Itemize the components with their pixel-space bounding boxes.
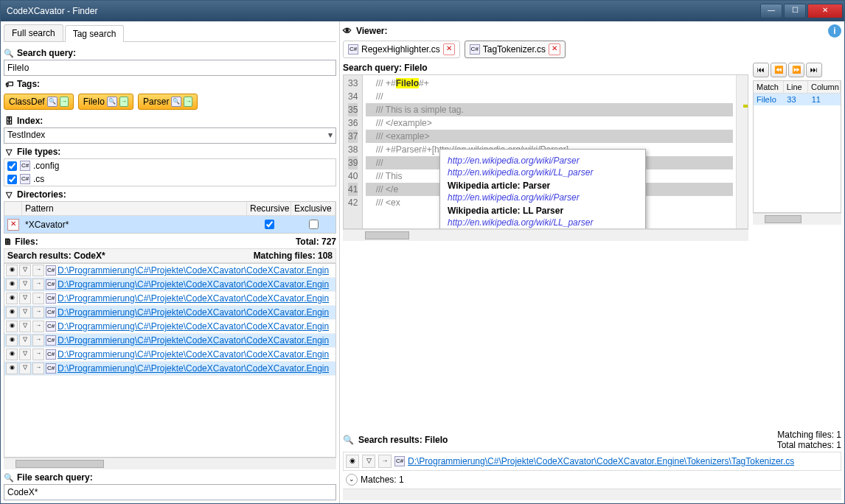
directory-row[interactable]: ✕ *XCavator* xyxy=(4,216,335,233)
file-filter-button[interactable]: ▽ xyxy=(19,335,31,346)
file-open-button[interactable]: → xyxy=(32,321,44,332)
file-toggle-button[interactable]: ◉ xyxy=(6,321,18,332)
tab-full-search[interactable]: Full search xyxy=(4,24,63,41)
file-path[interactable]: D:\Programmierung\C#\Projekte\CodeXCavat… xyxy=(58,265,329,276)
recursive-checkbox[interactable] xyxy=(265,220,274,229)
expand-matches-button[interactable]: ⌄ xyxy=(346,474,358,486)
file-item[interactable]: ◉▽→C#D:\Programmierung\C#\Projekte\CodeX… xyxy=(4,292,335,306)
file-path[interactable]: D:\Programmierung\C#\Projekte\CodeXCavat… xyxy=(58,335,329,346)
popup-link[interactable]: http://en.wikipedia.org/wiki/Parser xyxy=(448,192,638,203)
file-open-button[interactable]: → xyxy=(32,293,44,304)
index-dropdown[interactable]: TestIndex xyxy=(4,127,336,144)
tag-search-icon[interactable]: 🔍 xyxy=(171,97,181,107)
tag-search-icon[interactable]: 🔍 xyxy=(107,97,117,107)
file-path[interactable]: D:\Programmierung\C#\Projekte\CodeXCavat… xyxy=(58,363,329,374)
file-toggle-button[interactable]: ◉ xyxy=(6,307,18,318)
file-path[interactable]: D:\Programmierung\C#\Projekte\CodeXCavat… xyxy=(58,293,329,304)
file-toggle-button[interactable]: ◉ xyxy=(6,335,18,346)
file-path[interactable]: D:\Programmierung\C#\Projekte\CodeXCavat… xyxy=(58,321,329,332)
result-file-path[interactable]: D:\Programmierung\C#\Projekte\CodeXCavat… xyxy=(408,456,794,466)
exclusive-checkbox[interactable] xyxy=(309,220,319,229)
filetype-checkbox[interactable] xyxy=(7,161,17,171)
col-line[interactable]: Line xyxy=(784,81,808,93)
col-exclusive[interactable]: Exclusive xyxy=(291,202,335,215)
nav-first-button[interactable]: ⏮ xyxy=(753,63,769,77)
info-button[interactable]: i xyxy=(828,24,841,38)
popup-link[interactable]: http://en.wikipedia.org/wiki/LL_parser xyxy=(448,167,638,178)
tab-close-button[interactable]: ✕ xyxy=(549,43,560,55)
file-path[interactable]: D:\Programmierung\C#\Projekte\CodeXCavat… xyxy=(58,307,329,318)
code-hscrollbar[interactable] xyxy=(343,229,748,241)
file-toggle-button[interactable]: ◉ xyxy=(6,279,18,290)
nav-next-button[interactable]: ⏩ xyxy=(788,63,804,77)
file-open-button[interactable]: → xyxy=(32,335,44,346)
col-column[interactable]: Column xyxy=(808,81,841,93)
tag-go-icon[interactable]: → xyxy=(119,97,128,107)
col-pattern[interactable]: Pattern xyxy=(22,202,247,215)
file-item[interactable]: ◉▽→C#D:\Programmierung\C#\Projekte\CodeX… xyxy=(4,278,335,292)
tag-search-icon[interactable]: 🔍 xyxy=(47,97,58,107)
file-path[interactable]: D:\Programmierung\C#\Projekte\CodeXCavat… xyxy=(58,279,329,290)
file-filter-button[interactable]: ▽ xyxy=(19,321,31,332)
tag-go-icon[interactable]: → xyxy=(60,97,69,107)
file-open-button[interactable]: → xyxy=(32,307,44,318)
close-button[interactable]: ✕ xyxy=(807,4,843,18)
file-filter-button[interactable]: ▽ xyxy=(19,363,31,374)
file-tab-tagtokenizer[interactable]: C# TagTokenizer.cs ✕ xyxy=(465,41,566,58)
tag-button-classdef[interactable]: ClassDef 🔍 → xyxy=(4,94,74,110)
filetype-checkbox[interactable] xyxy=(7,175,17,184)
code-vscrollbar[interactable] xyxy=(736,75,748,228)
file-item[interactable]: ◉▽→C#D:\Programmierung\C#\Projekte\CodeX… xyxy=(4,334,335,348)
scrollbar-thumb[interactable] xyxy=(765,215,801,223)
result-toggle-button[interactable]: ◉ xyxy=(346,455,359,468)
tab-close-button[interactable]: ✕ xyxy=(443,43,455,55)
tag-button-fileio[interactable]: FileIo 🔍 → xyxy=(78,94,133,110)
scrollbar-thumb[interactable] xyxy=(365,231,409,239)
match-row[interactable]: FileIo 33 11 xyxy=(754,94,841,105)
file-filter-button[interactable]: ▽ xyxy=(19,307,31,318)
right-panel-hscrollbar[interactable] xyxy=(343,489,841,500)
tag-button-parser[interactable]: Parser 🔍 → xyxy=(138,94,198,110)
file-filter-button[interactable]: ▽ xyxy=(19,349,31,360)
file-filter-button[interactable]: ▽ xyxy=(19,279,31,290)
directory-pattern[interactable]: *XCavator* xyxy=(22,218,247,231)
filetype-item[interactable]: C# .cs xyxy=(4,172,335,186)
scrollbar-thumb[interactable] xyxy=(15,460,104,468)
file-list[interactable]: ◉▽→C#D:\Programmierung\C#\Projekte\CodeX… xyxy=(4,263,336,458)
popup-link[interactable]: http://en.wikipedia.org/wiki/LL_parser xyxy=(448,217,638,228)
match-hscrollbar[interactable] xyxy=(753,213,841,225)
file-open-button[interactable]: → xyxy=(32,349,44,360)
file-tab-regexhighlighter[interactable]: C# RegexHighlighter.cs ✕ xyxy=(343,41,460,58)
minimize-button[interactable]: — xyxy=(760,4,782,18)
col-match[interactable]: Match xyxy=(754,81,784,93)
file-toggle-button[interactable]: ◉ xyxy=(6,293,18,304)
file-item[interactable]: ◉▽→C#D:\Programmierung\C#\Projekte\CodeX… xyxy=(4,320,335,334)
file-list-hscrollbar[interactable] xyxy=(4,458,336,469)
result-filter-button[interactable]: ▽ xyxy=(362,455,375,468)
file-item[interactable]: ◉▽→C#D:\Programmierung\C#\Projekte\CodeX… xyxy=(4,348,335,362)
file-filter-button[interactable]: ▽ xyxy=(19,293,31,304)
delete-row-button[interactable]: ✕ xyxy=(7,219,19,231)
file-path[interactable]: D:\Programmierung\C#\Projekte\CodeXCavat… xyxy=(58,349,329,360)
nav-prev-button[interactable]: ⏪ xyxy=(771,63,787,77)
col-recursive[interactable]: Recursive xyxy=(247,202,291,215)
popup-link[interactable]: http://en.wikipedia.org/wiki/Parser xyxy=(448,155,638,166)
code-box[interactable]: 33343536373839404142 /// +#FileIo#+ /// … xyxy=(343,74,748,229)
file-toggle-button[interactable]: ◉ xyxy=(6,349,18,360)
search-query-input[interactable] xyxy=(4,60,336,76)
file-toggle-button[interactable]: ◉ xyxy=(6,265,18,276)
result-open-button[interactable]: → xyxy=(378,455,392,468)
file-search-input[interactable] xyxy=(4,484,336,500)
file-filter-button[interactable]: ▽ xyxy=(19,265,31,276)
file-toggle-button[interactable]: ◉ xyxy=(6,363,18,374)
nav-last-button[interactable]: ⏭ xyxy=(806,63,822,77)
file-open-button[interactable]: → xyxy=(32,363,44,374)
file-open-button[interactable]: → xyxy=(32,279,44,290)
file-item[interactable]: ◉▽→C#D:\Programmierung\C#\Projekte\CodeX… xyxy=(4,362,335,376)
file-item[interactable]: ◉▽→C#D:\Programmierung\C#\Projekte\CodeX… xyxy=(4,306,335,320)
tab-tag-search[interactable]: Tag search xyxy=(65,25,125,42)
file-item[interactable]: ◉▽→C#D:\Programmierung\C#\Projekte\CodeX… xyxy=(4,264,335,278)
filetype-item[interactable]: C# .config xyxy=(4,159,335,172)
file-open-button[interactable]: → xyxy=(32,265,44,276)
tag-go-icon[interactable]: → xyxy=(184,97,192,107)
